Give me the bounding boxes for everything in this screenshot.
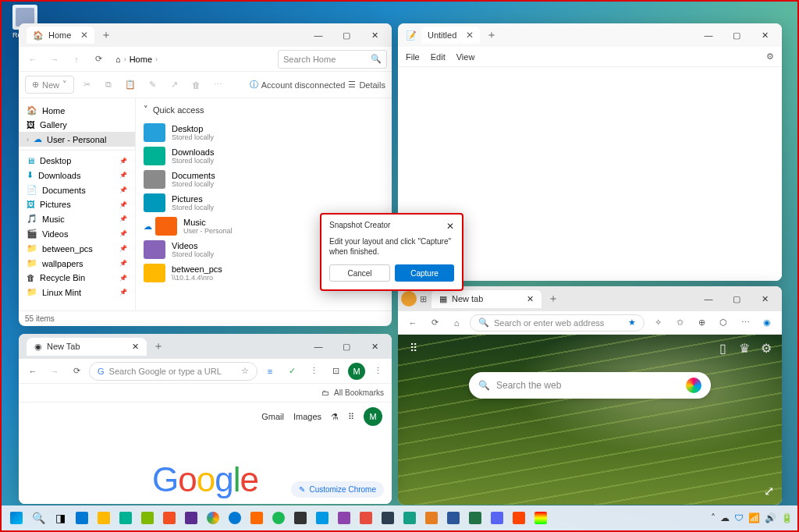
more-button[interactable]: ⋯	[208, 76, 227, 94]
new-button[interactable]: ⊕ New ˅	[25, 76, 74, 94]
refresh-button[interactable]: ⟳	[89, 50, 108, 69]
minimize-button[interactable]: —	[304, 24, 332, 46]
favorite-icon[interactable]: ★	[628, 317, 636, 328]
maximize-button[interactable]: ▢	[332, 24, 360, 46]
capture-button[interactable]: Capture	[395, 264, 454, 282]
details-button[interactable]: ☰ Details	[348, 80, 385, 90]
close-button[interactable]: ✕	[360, 335, 389, 357]
cancel-button[interactable]: Cancel	[329, 264, 390, 282]
reading-list-icon[interactable]: ≡	[261, 362, 279, 381]
sidebar-item-downloads[interactable]: ⬇Downloads📌	[19, 168, 135, 183]
start-button[interactable]	[6, 508, 27, 528]
copilot-icon[interactable]	[686, 378, 701, 393]
bookmark-icon[interactable]: ☆	[241, 366, 249, 376]
taskbar-app[interactable]	[181, 508, 201, 528]
taskbar-app[interactable]	[268, 508, 289, 528]
maximize-button[interactable]: ▢	[723, 288, 751, 310]
sidebar-item-videos[interactable]: 🎬Videos📌	[19, 226, 135, 241]
taskbar-app[interactable]	[159, 508, 179, 528]
refresh-button[interactable]: ⟳	[67, 362, 86, 381]
new-tab-button[interactable]: ＋	[548, 292, 559, 306]
collections-icon[interactable]: ⊕	[693, 314, 710, 332]
close-button[interactable]: ✕	[751, 24, 779, 46]
close-tab-icon[interactable]: ✕	[466, 30, 474, 41]
mobile-icon[interactable]: ▯	[715, 340, 730, 356]
network-tray-icon[interactable]: 📶	[748, 512, 760, 523]
back-button[interactable]: ←	[23, 362, 42, 381]
taskbar-app[interactable]	[312, 508, 332, 528]
breadcrumb-item[interactable]: Home	[130, 55, 152, 64]
gmail-link[interactable]: Gmail	[261, 412, 284, 421]
settings-icon[interactable]: ⚙	[758, 340, 774, 356]
quick-access-header[interactable]: ˅Quick access	[144, 105, 384, 115]
profile-avatar[interactable]	[401, 291, 417, 307]
chrome-titlebar[interactable]: ◉ New Tab ✕ ＋ — ▢ ✕	[19, 334, 392, 359]
images-link[interactable]: Images	[293, 412, 321, 421]
onedrive-tray-icon[interactable]: ☁	[720, 512, 730, 523]
browser-essentials-icon[interactable]: ⬡	[715, 314, 732, 332]
quick-item[interactable]: DesktopStored locally	[144, 121, 384, 144]
extension-icon[interactable]: ✓	[282, 362, 301, 381]
new-tab-button[interactable]: ＋	[486, 28, 497, 42]
rename-button[interactable]: ✎	[143, 76, 162, 94]
address-bar[interactable]: 🔍 Search or enter web address ★	[470, 314, 645, 332]
taskbar-app[interactable]	[334, 508, 354, 528]
labs-icon[interactable]: ⚗	[331, 412, 339, 422]
taskbar-app[interactable]	[421, 508, 442, 528]
taskbar-app[interactable]	[356, 508, 376, 528]
sidebar-item-folder[interactable]: 📁Linux Mint📌	[19, 285, 135, 300]
close-tab-icon[interactable]: ✕	[132, 342, 139, 352]
sidebar-item-pictures[interactable]: 🖼Pictures📌	[19, 197, 135, 211]
explorer-titlebar[interactable]: 🏠 Home ✕ ＋ — ▢ ✕	[19, 23, 392, 47]
favorites-icon[interactable]: ✩	[671, 314, 688, 332]
more-button[interactable]: ⋯	[737, 314, 754, 332]
volume-tray-icon[interactable]: 🔊	[765, 512, 776, 523]
maximize-button[interactable]: ▢	[332, 335, 360, 357]
close-tab-icon[interactable]: ✕	[80, 30, 88, 41]
taskbar-app[interactable]	[225, 508, 245, 528]
taskbar-app[interactable]	[400, 508, 420, 528]
menu-file[interactable]: File	[406, 52, 420, 62]
notepad-tab[interactable]: Untitled ✕	[421, 27, 480, 44]
account-status[interactable]: ⓘ Account disconnected	[250, 79, 346, 90]
menu-button[interactable]: ⋮	[368, 362, 387, 381]
taskbar-app[interactable]	[509, 508, 529, 528]
extensions-icon[interactable]: ✧	[649, 314, 666, 332]
sidebar-item-documents[interactable]: 📄Documents📌	[19, 183, 135, 197]
breadcrumb[interactable]: ⌂ › Home ›	[111, 55, 275, 64]
expand-icon[interactable]: ⤢	[764, 484, 774, 498]
minimize-button[interactable]: —	[304, 335, 332, 357]
chrome-tab[interactable]: ◉ New Tab ✕	[27, 338, 147, 356]
new-tab-button[interactable]: ＋	[101, 28, 112, 42]
sidebar-item-folder[interactable]: 📁between_pcs📌	[19, 241, 135, 256]
up-button[interactable]: ↑	[67, 50, 86, 69]
sidebar-item-folder[interactable]: 📁wallpapers📌	[19, 256, 135, 271]
minimize-button[interactable]: —	[694, 288, 723, 310]
battery-tray-icon[interactable]: 🔋	[781, 512, 793, 523]
minimize-button[interactable]: —	[694, 24, 723, 46]
cut-button[interactable]: ✂	[77, 76, 96, 94]
taskbar-app[interactable]	[378, 508, 398, 528]
taskbar-app[interactable]	[247, 508, 267, 528]
customize-chrome-button[interactable]: ✎ Customize Chrome	[291, 481, 384, 498]
taskbar-app[interactable]	[72, 508, 92, 528]
back-button[interactable]: ←	[404, 314, 421, 332]
back-button[interactable]: ←	[23, 50, 42, 69]
explorer-search-input[interactable]: Search Home 🔍	[278, 50, 387, 69]
share-button[interactable]: ↗	[165, 76, 183, 94]
new-tab-button[interactable]: ＋	[153, 339, 164, 353]
settings-icon[interactable]: ⚙	[766, 51, 774, 62]
copilot-icon[interactable]: ◉	[758, 314, 776, 332]
close-tab-icon[interactable]: ✕	[527, 294, 534, 304]
omnibox[interactable]: G Search Google or type a URL ☆	[89, 362, 257, 381]
close-button[interactable]: ✕	[360, 24, 389, 46]
profile-avatar[interactable]: M	[348, 363, 365, 380]
refresh-button[interactable]: ⟳	[426, 314, 443, 332]
search-button[interactable]: 🔍	[28, 508, 48, 528]
menu-edit[interactable]: Edit	[431, 52, 446, 62]
copy-button[interactable]: ⧉	[99, 76, 118, 94]
taskbar-app[interactable]	[115, 508, 136, 528]
extensions-icon[interactable]: ⊡	[326, 362, 345, 381]
sidebar-item-music[interactable]: 🎵Music📌	[19, 211, 135, 226]
taskbar-app[interactable]	[487, 508, 507, 528]
